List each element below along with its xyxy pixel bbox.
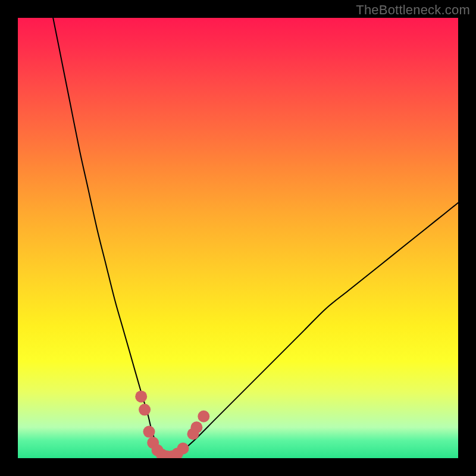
- highlight-markers: [135, 390, 209, 458]
- highlight-point: [198, 411, 209, 422]
- bottleneck-curve: [53, 18, 458, 458]
- curve-layer: [18, 18, 458, 458]
- highlight-point: [190, 421, 202, 433]
- plot-area: [18, 18, 458, 458]
- highlight-point: [139, 404, 151, 416]
- watermark-text: TheBottleneck.com: [356, 2, 470, 18]
- chart-frame: TheBottleneck.com: [0, 0, 476, 476]
- highlight-point: [143, 426, 155, 438]
- highlight-point: [135, 390, 147, 402]
- highlight-point: [177, 443, 189, 455]
